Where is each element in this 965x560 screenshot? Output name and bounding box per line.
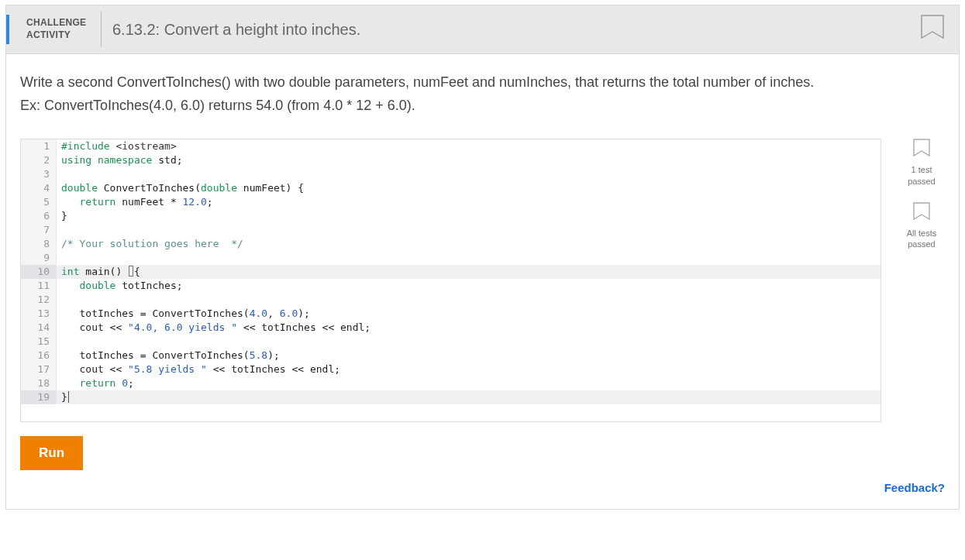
prompt-line: Ex: ConvertToInches(4.0, 6.0) returns 54…: [20, 94, 945, 118]
code-line[interactable]: 16 totInches = ConvertToInches(5.8);: [21, 349, 881, 362]
code-line[interactable]: 10int main() {: [21, 265, 881, 279]
code-content[interactable]: return 0;: [57, 376, 134, 390]
line-number: 11: [21, 279, 57, 293]
code-line[interactable]: 14 cout << "4.0, 6.0 yields " << totInch…: [21, 321, 881, 335]
status-column: 1 testpassed All testspassed: [898, 139, 945, 249]
status-all-tests: All testspassed: [907, 202, 937, 250]
status-text: 1 testpassed: [908, 164, 935, 187]
line-number: 3: [21, 167, 57, 181]
activity-title: 6.13.2: Convert a height into inches.: [112, 21, 360, 39]
status-one-test: 1 testpassed: [908, 139, 935, 187]
line-number: 5: [21, 195, 57, 209]
ribbon-icon: [912, 202, 931, 224]
code-content[interactable]: return numFeet * 12.0;: [57, 195, 213, 209]
code-content[interactable]: int main() {: [57, 265, 140, 279]
code-content[interactable]: cout << "4.0, 6.0 yields " << totInches …: [57, 321, 370, 335]
line-number: 18: [21, 376, 57, 390]
code-content[interactable]: }: [57, 390, 69, 404]
line-number: 16: [21, 349, 57, 362]
line-number: 6: [21, 209, 57, 223]
code-line[interactable]: 17 cout << "5.8 yields " << totInches <<…: [21, 362, 881, 376]
activity-label-line1: CHALLENGE: [26, 17, 90, 29]
run-button[interactable]: Run: [20, 436, 83, 470]
code-editor[interactable]: 1#include <iostream>2using namespace std…: [20, 139, 881, 422]
code-line[interactable]: 12: [21, 293, 881, 307]
challenge-card: CHALLENGE ACTIVITY 6.13.2: Convert a hei…: [5, 5, 960, 510]
code-line[interactable]: 15: [21, 335, 881, 349]
code-content[interactable]: cout << "5.8 yields " << totInches << en…: [57, 362, 340, 376]
code-content[interactable]: [57, 251, 61, 265]
code-content[interactable]: [57, 335, 61, 349]
status-text: All testspassed: [907, 228, 937, 250]
code-content[interactable]: double totInches;: [57, 279, 183, 293]
code-line[interactable]: 18 return 0;: [21, 376, 881, 390]
feedback-row: Feedback?: [20, 481, 945, 495]
code-content[interactable]: }: [57, 209, 67, 223]
feedback-link[interactable]: Feedback?: [884, 481, 945, 494]
activity-label-line2: ACTIVITY: [26, 29, 90, 42]
line-number: 14: [21, 321, 57, 335]
code-content[interactable]: using namespace std;: [57, 153, 183, 167]
line-number: 15: [21, 335, 57, 349]
line-number: 4: [21, 181, 57, 195]
code-content[interactable]: [57, 223, 61, 237]
card-header: CHALLENGE ACTIVITY 6.13.2: Convert a hei…: [6, 5, 959, 54]
activity-type-label: CHALLENGE ACTIVITY: [20, 17, 90, 41]
ribbon-icon: [912, 139, 931, 160]
line-number: 13: [21, 307, 57, 321]
code-line[interactable]: 13 totInches = ConvertToInches(4.0, 6.0)…: [21, 307, 881, 321]
prompt-line: Write a second ConvertToInches() with tw…: [20, 71, 945, 94]
code-line[interactable]: 5 return numFeet * 12.0;: [21, 195, 881, 209]
code-content[interactable]: totInches = ConvertToInches(5.8);: [57, 349, 280, 362]
line-number: 12: [21, 293, 57, 307]
line-number: 1: [21, 139, 57, 153]
line-number: 7: [21, 223, 57, 237]
work-area: 1#include <iostream>2using namespace std…: [20, 139, 945, 422]
code-line[interactable]: 7: [21, 223, 881, 237]
code-line[interactable]: 4double ConvertToInches(double numFeet) …: [21, 181, 881, 195]
header-divider: [101, 12, 102, 47]
line-number: 10: [21, 265, 57, 279]
code-line[interactable]: 6}: [21, 209, 881, 223]
code-line[interactable]: 1#include <iostream>: [21, 139, 881, 153]
code-content[interactable]: [57, 293, 61, 307]
card-body: Write a second ConvertToInches() with tw…: [6, 54, 959, 509]
code-content[interactable]: totInches = ConvertToInches(4.0, 6.0);: [57, 307, 310, 321]
code-line[interactable]: 2using namespace std;: [21, 153, 881, 167]
line-number: 2: [21, 153, 57, 167]
code-content[interactable]: /* Your solution goes here */: [57, 237, 243, 251]
bookmark-icon[interactable]: [920, 15, 945, 44]
code-content[interactable]: #include <iostream>: [57, 139, 177, 153]
code-content[interactable]: double ConvertToInches(double numFeet) {: [57, 181, 304, 195]
line-number: 9: [21, 251, 57, 265]
code-line[interactable]: 8/* Your solution goes here */: [21, 237, 881, 251]
code-content[interactable]: [57, 167, 61, 181]
code-line[interactable]: 9: [21, 251, 881, 265]
line-number: 8: [21, 237, 57, 251]
code-line[interactable]: 19}: [21, 390, 881, 404]
line-number: 17: [21, 362, 57, 376]
line-number: 19: [21, 390, 57, 404]
code-line[interactable]: 11 double totInches;: [21, 279, 881, 293]
activity-prompt: Write a second ConvertToInches() with tw…: [20, 71, 945, 117]
code-line[interactable]: 3: [21, 167, 881, 181]
